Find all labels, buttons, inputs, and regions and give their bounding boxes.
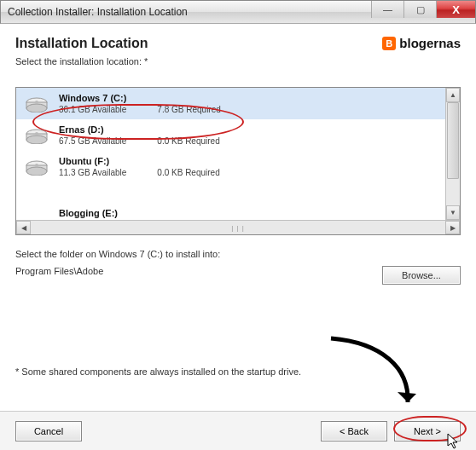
drive-required: 0.0 KB Required [157, 168, 219, 177]
page-title: Installation Location [15, 36, 148, 51]
brand-logo: B blogernas [382, 36, 461, 50]
drive-row[interactable]: Ubuntu (F:)11.3 GB Available0.0 KB Requi… [16, 151, 445, 182]
svg-point-11 [35, 164, 38, 167]
brand-text: blogernas [399, 36, 461, 50]
drive-list: Windows 7 (C:)36.1 GB Available7.8 GB Re… [15, 87, 461, 235]
scroll-up-arrow-icon[interactable]: ▲ [446, 88, 460, 102]
drive-required: 7.8 GB Required [157, 105, 221, 114]
cancel-button[interactable]: Cancel [15, 421, 82, 441]
folder-label: Select the folder on Windows 7 (C:) to i… [15, 249, 461, 259]
drive-row[interactable]: Ernas (D:)67.5 GB Available0.0 KB Requir… [16, 119, 445, 151]
drive-info: Windows 7 (C:)36.1 GB Available7.8 GB Re… [59, 93, 437, 114]
drive-available: 11.3 GB Available [59, 168, 126, 177]
window-title: Collection Installer: Installation Locat… [8, 6, 188, 18]
svg-point-7 [35, 132, 38, 136]
minimize-button[interactable]: — [371, 1, 403, 18]
svg-point-6 [26, 136, 47, 144]
drive-name: Ernas (D:) [59, 124, 437, 135]
brand-glyph-icon: B [382, 37, 396, 50]
window-button-group: — ▢ X [371, 1, 475, 23]
scroll-down-arrow-icon[interactable]: ▼ [446, 205, 460, 220]
drive-info: Ubuntu (F:)11.3 GB Available0.0 KB Requi… [59, 156, 437, 177]
window-titlebar: Collection Installer: Installation Locat… [0, 0, 476, 24]
hdd-icon [25, 127, 49, 144]
back-button[interactable]: < Back [321, 421, 387, 441]
drive-available: 67.5 GB Available [59, 136, 126, 146]
drive-available: 36.1 GB Available [59, 105, 126, 114]
hdd-icon [25, 159, 49, 176]
horizontal-scrollbar[interactable]: ◀ | | | ▶ [16, 220, 460, 234]
next-button[interactable]: Next > [394, 421, 461, 441]
maximize-button[interactable]: ▢ [403, 1, 436, 18]
drive-row[interactable]: Windows 7 (C:)36.1 GB Available7.8 GB Re… [16, 88, 445, 119]
drive-name: Ubuntu (F:) [59, 156, 437, 166]
hdd-icon [25, 95, 49, 112]
footnote: * Some shared components are always inst… [15, 366, 461, 377]
browse-button[interactable]: Browse... [382, 266, 461, 285]
vertical-scrollbar[interactable]: ▲ ▼ [445, 88, 460, 220]
folder-path: Program Files\Adobe [15, 266, 103, 276]
content-area: Installation Location Select the install… [0, 24, 476, 384]
scroll-left-arrow-icon[interactable]: ◀ [16, 221, 31, 234]
drive-required: 0.0 KB Required [157, 136, 219, 146]
close-button[interactable]: X [436, 1, 475, 18]
bottom-bar: Cancel < Back Next > [0, 411, 476, 450]
page-subtitle: Select the installation location: * [15, 56, 148, 66]
scroll-thumb[interactable] [447, 102, 459, 179]
svg-point-3 [35, 101, 38, 104]
h-scroll-track[interactable]: | | | [31, 221, 445, 234]
partial-drive-row[interactable]: Blogging (E:) [16, 208, 445, 220]
drive-info: Ernas (D:)67.5 GB Available0.0 KB Requir… [59, 124, 437, 146]
svg-point-2 [26, 104, 47, 112]
drive-name: Windows 7 (C:) [59, 93, 437, 103]
svg-point-10 [26, 167, 47, 176]
scroll-right-arrow-icon[interactable]: ▶ [445, 221, 460, 234]
